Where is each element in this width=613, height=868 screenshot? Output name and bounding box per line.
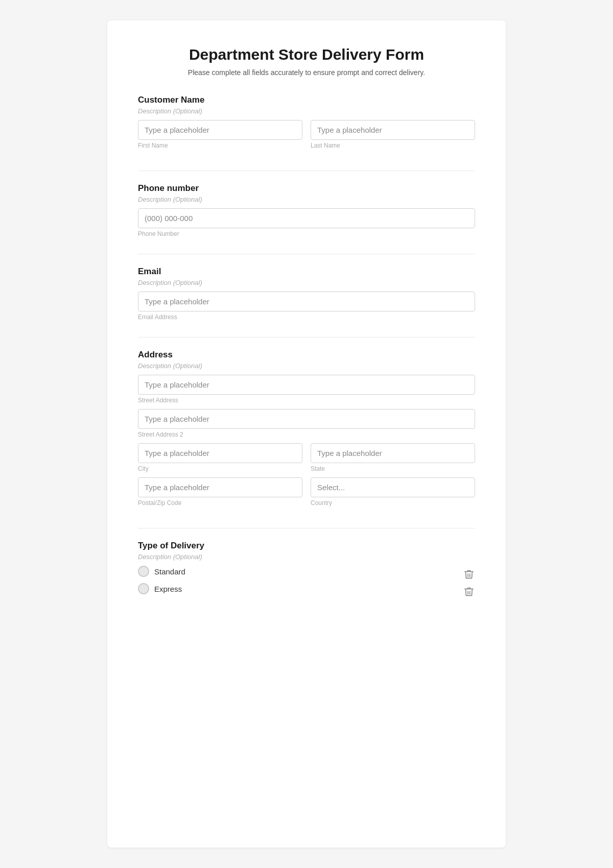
section-desc-customer-name: Description (Optional) bbox=[138, 107, 475, 115]
state-input[interactable] bbox=[311, 443, 475, 463]
section-label-phone: Phone number bbox=[138, 183, 475, 194]
divider-3 bbox=[138, 337, 475, 337]
country-select[interactable]: Select... United States Canada United Ki… bbox=[311, 477, 475, 497]
section-address: Address Description (Optional) Street Ad… bbox=[138, 350, 475, 512]
delivery-express-row: Express bbox=[138, 583, 475, 600]
divider-4 bbox=[138, 528, 475, 528]
first-name-label: First Name bbox=[138, 142, 302, 149]
street-address2-input[interactable] bbox=[138, 409, 475, 429]
radio-express-label: Express bbox=[154, 585, 182, 593]
section-label-address: Address bbox=[138, 350, 475, 360]
city-input[interactable] bbox=[138, 443, 302, 463]
divider-1 bbox=[138, 171, 475, 171]
zip-group: Postal/Zip Code bbox=[138, 477, 302, 507]
zip-label: Postal/Zip Code bbox=[138, 499, 302, 507]
phone-group: Phone Number bbox=[138, 208, 475, 237]
radio-express-circle bbox=[138, 583, 149, 594]
delivery-standard-option[interactable]: Standard bbox=[138, 566, 185, 577]
email-input[interactable] bbox=[138, 292, 475, 311]
delete-express-icon[interactable] bbox=[463, 586, 475, 598]
delivery-express-option[interactable]: Express bbox=[138, 583, 182, 594]
first-name-input[interactable] bbox=[138, 120, 302, 140]
section-desc-phone: Description (Optional) bbox=[138, 196, 475, 203]
zip-country-row: Postal/Zip Code Select... United States … bbox=[138, 477, 475, 512]
last-name-input[interactable] bbox=[311, 120, 475, 140]
form-title: Department Store Delivery Form bbox=[138, 46, 475, 63]
form-subtitle: Please complete all fields accurately to… bbox=[138, 68, 475, 77]
street-address-label: Street Address bbox=[138, 397, 475, 404]
section-desc-address: Description (Optional) bbox=[138, 362, 475, 370]
city-group: City bbox=[138, 443, 302, 472]
section-delivery-type: Type of Delivery Description (Optional) … bbox=[138, 541, 475, 600]
email-group: Email Address bbox=[138, 292, 475, 321]
street-address-group: Street Address bbox=[138, 375, 475, 404]
section-desc-delivery: Description (Optional) bbox=[138, 553, 475, 561]
city-state-row: City State bbox=[138, 443, 475, 477]
phone-input[interactable] bbox=[138, 208, 475, 228]
section-phone: Phone number Description (Optional) Phon… bbox=[138, 183, 475, 237]
section-customer-name: Customer Name Description (Optional) Fir… bbox=[138, 95, 475, 154]
first-name-group: First Name bbox=[138, 120, 302, 149]
delivery-standard-row: Standard bbox=[138, 566, 475, 583]
section-label-delivery: Type of Delivery bbox=[138, 541, 475, 551]
country-group: Select... United States Canada United Ki… bbox=[311, 477, 475, 507]
state-group: State bbox=[311, 443, 475, 472]
section-label-customer-name: Customer Name bbox=[138, 95, 475, 105]
last-name-label: Last Name bbox=[311, 142, 475, 149]
form-container: Department Store Delivery Form Please co… bbox=[107, 20, 506, 848]
section-label-email: Email bbox=[138, 267, 475, 277]
street-address2-group: Street Address 2 bbox=[138, 409, 475, 438]
section-desc-email: Description (Optional) bbox=[138, 279, 475, 286]
city-label: City bbox=[138, 465, 302, 472]
delete-standard-icon[interactable] bbox=[463, 568, 475, 581]
customer-name-fields: First Name Last Name bbox=[138, 120, 475, 154]
phone-label: Phone Number bbox=[138, 230, 475, 237]
country-label: Country bbox=[311, 499, 475, 507]
last-name-group: Last Name bbox=[311, 120, 475, 149]
radio-standard-label: Standard bbox=[154, 567, 185, 576]
section-email: Email Description (Optional) Email Addre… bbox=[138, 267, 475, 321]
state-label: State bbox=[311, 465, 475, 472]
street-address-input[interactable] bbox=[138, 375, 475, 395]
zip-input[interactable] bbox=[138, 477, 302, 497]
street-address2-label: Street Address 2 bbox=[138, 431, 475, 438]
divider-2 bbox=[138, 254, 475, 254]
radio-standard-circle bbox=[138, 566, 149, 577]
email-label: Email Address bbox=[138, 314, 475, 321]
